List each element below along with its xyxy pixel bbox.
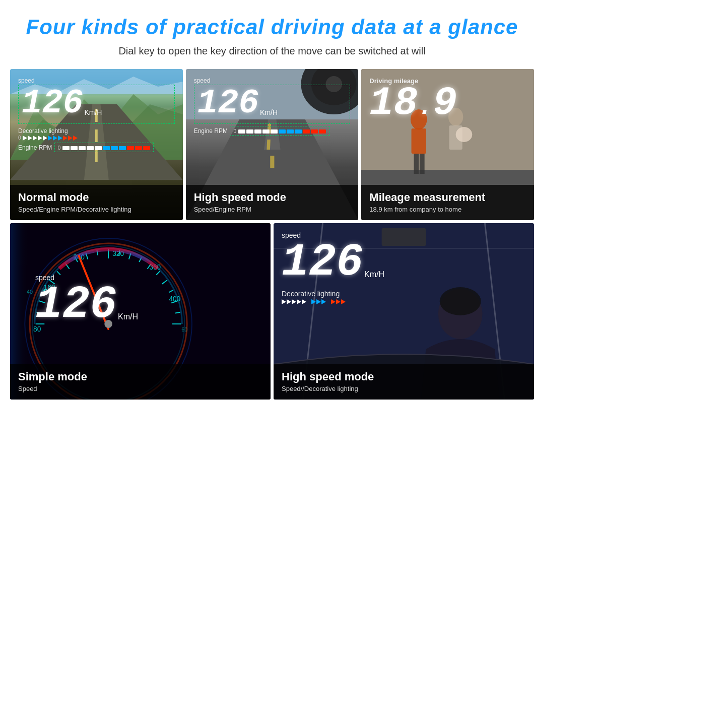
deco-arrows-1: 0	[18, 135, 175, 141]
rpm-bar-1: 0	[58, 145, 151, 151]
arr-b2-2	[316, 299, 321, 304]
arr-b3	[58, 136, 62, 141]
card-footer-mileage: Mileage measurement 18.9 km from company…	[361, 185, 534, 220]
card-subtitle-hs2: Speed//Decorative lighting	[282, 385, 526, 392]
deco-label-1: Decorative lighting	[18, 127, 68, 135]
speed-row-3: 126 Km/H	[35, 282, 262, 327]
rpm-box-1: 0	[54, 143, 154, 152]
arr-w2-2	[287, 299, 291, 304]
arr-w4	[38, 136, 42, 141]
rpm-box-2: 0	[230, 126, 329, 136]
card-footer-hs2: High speed mode Speed//Decorative lighti…	[274, 364, 534, 400]
speed-box-1: 126 Km/H	[18, 85, 175, 124]
deco-section-2: Decorative lighting	[282, 289, 526, 304]
page-wrapper: Four kinds of practical driving data at …	[0, 0, 544, 415]
arr-w3-2	[292, 299, 296, 304]
card-subtitle-mileage: 18.9 km from company to home	[369, 206, 526, 213]
bottom-grid: 80 160 240 320 360 400 40 60	[10, 223, 534, 400]
speed-value-4: 126	[282, 240, 363, 285]
card-high-speed-2: speed 126 Km/H Decorative lighting	[274, 223, 534, 400]
hud-speed-section-simple: speed 126 Km/H	[35, 274, 262, 329]
deco-zero-1: 0	[18, 135, 21, 141]
speed-value-1: 126	[22, 86, 83, 120]
arr-w4-2	[297, 299, 301, 304]
rpm-zero-1: 0	[58, 145, 61, 151]
arr-b3-2	[321, 299, 326, 304]
arr-w1-2	[282, 299, 286, 304]
arr-w3	[33, 136, 37, 141]
arr-b1	[48, 136, 52, 141]
mileage-hud: Driving mileage 18.9	[369, 77, 526, 123]
card-subtitle-simple: Speed	[18, 385, 262, 392]
speed-row-4: 126 Km/H	[282, 240, 526, 285]
deco-section-1: Decorative lighting 0	[18, 126, 175, 141]
arr-r3-2	[341, 299, 346, 304]
deco-arrows-2	[282, 299, 526, 304]
speed-value-2: 126	[197, 86, 259, 120]
main-title: Four kinds of practical driving data at …	[10, 15, 534, 39]
arr-w1	[23, 136, 27, 141]
speed-box-hs2: 126 Km/H	[282, 240, 526, 287]
subtitle: Dial key to open the key direction of th…	[10, 45, 534, 57]
rpm-label-2: Engine RPM	[194, 127, 228, 135]
arr-r2-2	[336, 299, 341, 304]
arr-r3	[73, 136, 78, 141]
card-footer-simple: Simple mode Speed	[10, 364, 271, 400]
speed-unit-2: Km/H	[260, 108, 278, 116]
card-mileage: Driving mileage 18.9 Mileage measurement…	[361, 69, 534, 220]
speed-row-1: 126 Km/H	[22, 86, 171, 120]
rpm-label-1: Engine RPM	[18, 144, 52, 151]
speed-row-2: 126 Km/H	[197, 86, 347, 120]
speed-unit-3: Km/H	[118, 312, 138, 321]
card-footer-normal: Normal mode Speed/Engine RPM/Decorative …	[10, 185, 183, 220]
card-simple-mode: 80 160 240 320 360 400 40 60	[10, 223, 271, 400]
rpm-section-1: Engine RPM 0	[18, 143, 175, 152]
arr-r1	[63, 136, 68, 141]
card-title-hs2: High speed mode	[282, 370, 526, 383]
arr-w5	[43, 136, 47, 141]
speed-value-3: 126	[35, 282, 117, 327]
card-title-mileage: Mileage measurement	[369, 191, 526, 204]
arr-w2	[28, 136, 32, 141]
arr-b2	[53, 136, 57, 141]
card-footer-hs1: High speed mode Speed/Engine RPM	[186, 185, 359, 220]
speed-box-2: 126 Km/H	[194, 85, 351, 124]
speed-label-2: speed	[194, 77, 351, 84]
rpm-bar-2: 0	[233, 128, 326, 134]
arr-r2	[68, 136, 73, 141]
card-title-normal: Normal mode	[18, 191, 175, 204]
card-title-hs1: High speed mode	[194, 191, 351, 204]
card-subtitle-normal: Speed/Engine RPM/Decorative lighting	[18, 206, 175, 213]
hud-speed-section-hs2: speed 126 Km/H	[282, 231, 526, 287]
mileage-display: 18.9	[369, 83, 457, 123]
arr-r1-2	[331, 299, 336, 304]
card-normal-mode: speed 126 Km/H Decorative lighting 0	[10, 69, 183, 220]
hud-speed-section-hs1: speed 126 Km/H	[194, 77, 351, 124]
rpm-zero-2: 0	[233, 128, 236, 134]
deco-label-2: Decorative lighting	[282, 290, 340, 298]
card-high-speed-1: speed 126 Km/H Engine RPM 0	[186, 69, 359, 220]
hud-speed-section: speed 126 Km/H	[18, 77, 175, 124]
arr-b1-2	[311, 299, 316, 304]
arr-w5-2	[302, 299, 306, 304]
speed-unit-4: Km/H	[364, 270, 384, 279]
rpm-section-2: Engine RPM 0	[194, 126, 351, 136]
speed-unit-1: Km/H	[84, 108, 102, 116]
top-grid: speed 126 Km/H Decorative lighting 0	[10, 69, 534, 220]
card-subtitle-hs1: Speed/Engine RPM	[194, 206, 351, 213]
card-title-simple: Simple mode	[18, 370, 262, 383]
speed-label-1: speed	[18, 77, 175, 84]
